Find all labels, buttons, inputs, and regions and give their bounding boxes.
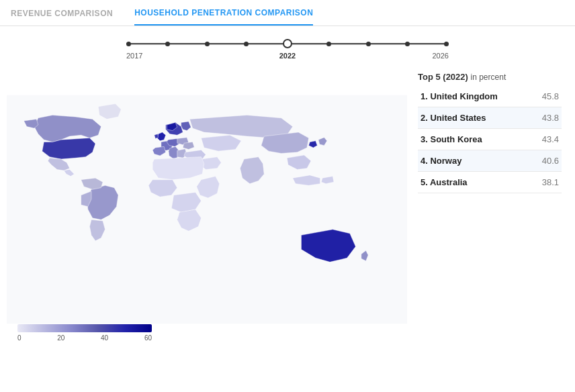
table-row: 1. United Kingdom 45.8 [418, 86, 562, 107]
country-rank-name: 3. South Korea [418, 129, 531, 150]
timeline-year-start: 2017 [126, 52, 142, 60]
table-row: 4. Norway 40.6 [418, 150, 562, 172]
legend-label-20: 20 [57, 334, 64, 342]
country-value: 38.1 [531, 172, 562, 193]
legend-label-40: 40 [101, 334, 108, 342]
top5-heading: Top 5 (2022) [418, 72, 468, 82]
table-row: 2. United States 43.8 [418, 107, 562, 129]
timeline-dot-4[interactable] [244, 42, 249, 46]
map-container: 0 20 40 60 [7, 65, 407, 354]
legend-labels: 0 20 40 60 [17, 334, 152, 342]
timeline-dot-9[interactable] [444, 42, 449, 46]
top5-title: Top 5 (2022) in percent [418, 72, 562, 82]
world-map [7, 65, 407, 354]
country-rank-name: 2. United States [418, 107, 531, 129]
timeline-dot-current[interactable] [283, 39, 292, 48]
timeline-year-end: 2026 [433, 52, 449, 60]
timeline-dot-3[interactable] [205, 42, 210, 46]
legend-gradient [17, 324, 152, 332]
timeline-dot-7[interactable] [366, 42, 371, 46]
country-value: 43.8 [531, 107, 562, 129]
country-value: 45.8 [531, 86, 562, 107]
legend: 0 20 40 60 [17, 324, 152, 342]
country-rank-name: 4. Norway [418, 150, 531, 172]
top5-table: 1. United Kingdom 45.8 2. United States … [418, 86, 562, 193]
timeline: 2017 2022 2026 [0, 26, 575, 65]
country-value: 43.4 [531, 129, 562, 150]
right-panel: Top 5 (2022) in percent 1. United Kingdo… [407, 65, 568, 354]
main-content: 0 20 40 60 Top 5 (2022) in percent 1. Un… [0, 65, 575, 354]
timeline-dot-6[interactable] [326, 42, 331, 46]
timeline-labels: 2017 2022 2026 [126, 52, 449, 60]
timeline-dot-1[interactable] [126, 42, 131, 46]
tab-bar: REVENUE COMPARISON HOUSEHOLD PENETRATION… [0, 0, 575, 26]
timeline-dot-2[interactable] [165, 42, 170, 46]
country-rank-name: 1. United Kingdom [418, 86, 531, 107]
timeline-year-current: 2022 [279, 52, 296, 60]
timeline-dot-8[interactable] [405, 42, 410, 46]
tab-household[interactable]: HOUSEHOLD PENETRATION COMPARISON [134, 8, 313, 26]
top5-subtitle: in percent [471, 72, 506, 82]
country-rank-name: 5. Australia [418, 172, 531, 193]
timeline-track[interactable] [126, 38, 449, 49]
timeline-dots [126, 39, 449, 48]
country-value: 40.6 [531, 150, 562, 172]
tab-revenue[interactable]: REVENUE COMPARISON [11, 9, 113, 25]
legend-label-60: 60 [144, 334, 152, 342]
legend-label-0: 0 [17, 334, 21, 342]
table-row: 5. Australia 38.1 [418, 172, 562, 193]
table-row: 3. South Korea 43.4 [418, 129, 562, 150]
